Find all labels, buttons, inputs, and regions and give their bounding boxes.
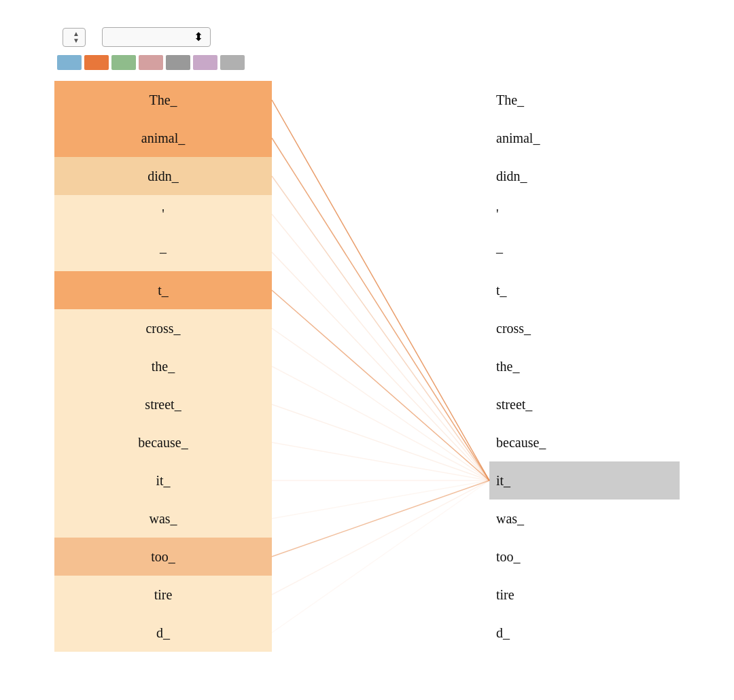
svg-line-4	[272, 252, 489, 480]
color-swatches-row	[57, 55, 680, 70]
left-tokens: The_animal_didn_'–t_cross_the_street_bec…	[54, 81, 272, 652]
svg-line-14	[272, 480, 489, 633]
left-token-10[interactable]: it_	[54, 461, 272, 500]
left-token-8[interactable]: street_	[54, 385, 272, 423]
right-token-11[interactable]: was_	[489, 500, 680, 538]
svg-line-1	[272, 138, 489, 480]
right-token-1[interactable]: animal_	[489, 119, 680, 157]
left-token-2[interactable]: didn_	[54, 157, 272, 195]
attention-viz: The_animal_didn_'–t_cross_the_street_bec…	[54, 81, 680, 652]
svg-line-12	[272, 480, 489, 557]
svg-line-5	[272, 290, 489, 480]
right-token-4[interactable]: –	[489, 233, 680, 271]
layer-spinner[interactable]: ▲ ▼	[63, 28, 86, 47]
left-token-12[interactable]: too_	[54, 538, 272, 576]
right-token-10[interactable]: it_	[489, 461, 680, 500]
swatch-1[interactable]	[84, 55, 109, 70]
right-token-0[interactable]: The_	[489, 81, 680, 119]
right-token-2[interactable]: didn_	[489, 157, 680, 195]
left-token-11[interactable]: was_	[54, 500, 272, 538]
left-token-9[interactable]: because_	[54, 423, 272, 461]
svg-line-7	[272, 366, 489, 480]
right-token-14[interactable]: d_	[489, 614, 680, 652]
spinner-arrows: ▲ ▼	[73, 31, 80, 44]
svg-line-8	[272, 404, 489, 480]
right-token-7[interactable]: the_	[489, 347, 680, 385]
main-container: ▲ ▼ ⬍ The_animal_didn_'–t_cross_the_stre…	[41, 14, 693, 665]
controls-row: ▲ ▼ ⬍	[54, 27, 680, 47]
svg-line-6	[272, 328, 489, 480]
left-token-4[interactable]: –	[54, 233, 272, 271]
main-area: The_animal_didn_'–t_cross_the_street_bec…	[54, 81, 680, 652]
right-tokens: The_animal_didn_'–t_cross_the_street_bec…	[489, 81, 680, 652]
svg-line-2	[272, 176, 489, 480]
svg-line-9	[272, 442, 489, 480]
right-token-5[interactable]: t_	[489, 271, 680, 309]
left-token-7[interactable]: the_	[54, 347, 272, 385]
right-token-9[interactable]: because_	[489, 423, 680, 461]
right-token-6[interactable]: cross_	[489, 309, 680, 347]
right-token-12[interactable]: too_	[489, 538, 680, 576]
right-token-3[interactable]: '	[489, 195, 680, 233]
svg-line-0	[272, 100, 489, 480]
svg-line-3	[272, 214, 489, 480]
left-token-1[interactable]: animal_	[54, 119, 272, 157]
select-arrow-icon: ⬍	[194, 30, 203, 44]
right-token-8[interactable]: street_	[489, 385, 680, 423]
swatch-2[interactable]	[111, 55, 136, 70]
left-token-0[interactable]: The_	[54, 81, 272, 119]
svg-line-11	[272, 480, 489, 519]
left-token-13[interactable]: tire	[54, 576, 272, 614]
swatch-0[interactable]	[57, 55, 82, 70]
attention-select[interactable]: ⬍	[102, 27, 211, 47]
right-token-13[interactable]: tire	[489, 576, 680, 614]
svg-line-13	[272, 480, 489, 595]
left-token-6[interactable]: cross_	[54, 309, 272, 347]
swatch-4[interactable]	[166, 55, 190, 70]
swatch-3[interactable]	[139, 55, 163, 70]
swatch-6[interactable]	[220, 55, 245, 70]
left-token-14[interactable]: d_	[54, 614, 272, 652]
left-token-5[interactable]: t_	[54, 271, 272, 309]
left-token-3[interactable]: '	[54, 195, 272, 233]
swatch-5[interactable]	[193, 55, 217, 70]
